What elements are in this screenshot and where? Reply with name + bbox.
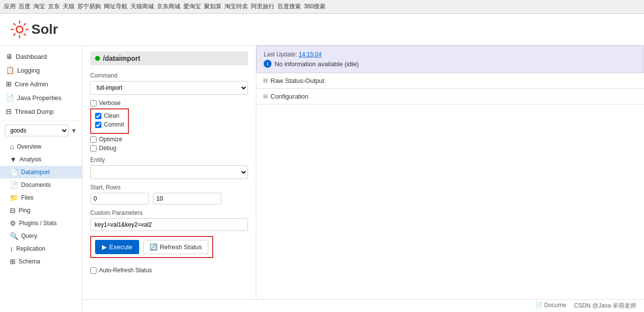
- sidebar-item-dataimport[interactable]: 📄 Dataimport: [0, 166, 82, 179]
- sidebar-item-plugins-stats[interactable]: ⚙ Plugins / Stats: [0, 217, 82, 230]
- browser-item[interactable]: 京东商城: [157, 2, 180, 11]
- auto-refresh-label[interactable]: Auto-Refresh Status: [99, 267, 152, 274]
- verbose-label[interactable]: Verbose: [99, 100, 121, 106]
- overview-icon: ⌂: [10, 143, 14, 151]
- handler-header: /dataimport: [90, 52, 248, 65]
- custom-params-input[interactable]: [90, 218, 248, 231]
- raw-status-section: ⊟ Raw Status-Output: [256, 73, 644, 89]
- sidebar-item-logging[interactable]: 📋 Logging: [0, 63, 82, 77]
- query-icon: 🔍: [10, 232, 18, 240]
- svg-point-9: [17, 27, 22, 32]
- sidebar-item-query[interactable]: 🔍 Query: [0, 230, 82, 242]
- logo-text: Solr: [31, 22, 58, 37]
- sidebar-item-replication[interactable]: ↕ Replication: [0, 242, 82, 255]
- browser-item[interactable]: 苏宁易购: [77, 2, 101, 11]
- schema-icon: ⊞: [10, 258, 16, 265]
- action-buttons-container: ▶ Execute 🔄 Refresh Status: [90, 236, 213, 258]
- replication-icon: ↕: [10, 245, 13, 253]
- browser-item[interactable]: 天猫商城: [130, 2, 154, 11]
- clean-checkbox[interactable]: [95, 113, 101, 119]
- entity-select[interactable]: [90, 165, 248, 179]
- status-time[interactable]: 14:15:04: [298, 51, 322, 58]
- app-header: Solr: [0, 14, 644, 46]
- browser-toolbar: 应用 百度 淘宝 京东 天猫 苏宁易购 网址导航 天猫商城 京东商城 爱淘宝 聚…: [0, 0, 644, 14]
- clean-commit-container: Clean Commit: [90, 108, 129, 134]
- browser-item[interactable]: 天猫: [63, 2, 74, 11]
- browser-item[interactable]: 百度: [19, 2, 30, 11]
- status-box: Last Update: 14:15:04 i No information a…: [256, 46, 644, 73]
- sidebar-item-analysis[interactable]: ▼ Analysis: [0, 153, 82, 166]
- optimize-checkbox[interactable]: [90, 136, 97, 143]
- entity-group: Entity: [90, 156, 248, 179]
- sidebar-item-schema[interactable]: ⊞ Schema: [0, 255, 82, 268]
- start-input[interactable]: [90, 193, 149, 205]
- core-select[interactable]: goods: [5, 125, 69, 136]
- rows-input[interactable]: [153, 193, 222, 205]
- sidebar-item-thread-dump[interactable]: ⊟ Thread Dump: [0, 104, 82, 118]
- main-panel: /dataimport Command full-import delta-im…: [82, 46, 644, 312]
- clean-checkbox-group: Clean: [95, 112, 124, 119]
- sidebar-item-core-admin[interactable]: ⊞ Core Admin: [0, 77, 82, 91]
- optimize-label[interactable]: Optimize: [99, 136, 122, 143]
- start-rows-group: Start, Rows: [90, 184, 248, 205]
- commit-checkbox-group: Commit: [95, 121, 124, 128]
- sidebar-divider: [0, 120, 82, 121]
- browser-item[interactable]: 淘宝: [33, 2, 45, 11]
- auto-refresh-checkbox[interactable]: [90, 267, 97, 274]
- core-selector[interactable]: goods ▼: [5, 125, 77, 136]
- status-dot: [95, 56, 100, 61]
- sidebar: 🖥 Dashboard 📋 Logging ⊞ Core Admin 📄 Jav…: [0, 46, 82, 312]
- dashboard-icon: 🖥: [6, 52, 13, 60]
- commit-checkbox[interactable]: [95, 122, 101, 128]
- dataimport-form: /dataimport Command full-import delta-im…: [82, 46, 256, 299]
- sidebar-item-ping[interactable]: ⊟ Ping: [0, 204, 82, 217]
- verbose-checkbox-group: Verbose: [90, 100, 248, 106]
- custom-params-group: Custom Parameters: [90, 209, 248, 231]
- command-select[interactable]: full-import delta-import reload-config a…: [90, 81, 248, 95]
- browser-item[interactable]: 淘宝特卖: [224, 2, 248, 11]
- ping-icon: ⊟: [10, 207, 16, 214]
- logo: Solr: [8, 18, 58, 41]
- sidebar-item-overview[interactable]: ⌂ Overview: [0, 140, 82, 153]
- browser-item[interactable]: 阿里旅行: [251, 2, 274, 11]
- svg-line-5: [13, 34, 15, 36]
- browser-item[interactable]: 应用: [4, 2, 16, 11]
- browser-item[interactable]: 百度搜索: [277, 2, 301, 11]
- svg-line-1: [24, 23, 26, 25]
- logging-icon: 📋: [6, 66, 14, 74]
- java-properties-icon: 📄: [6, 94, 14, 102]
- svg-line-7: [13, 23, 15, 25]
- refresh-status-button[interactable]: 🔄 Refresh Status: [143, 240, 208, 254]
- browser-item[interactable]: 网址导航: [104, 2, 127, 11]
- debug-label[interactable]: Debug: [99, 145, 116, 152]
- sidebar-item-documents[interactable]: 📄 Documents: [0, 179, 82, 191]
- svg-line-3: [24, 34, 26, 36]
- browser-item[interactable]: 爱淘宝: [183, 2, 201, 11]
- configuration-label: Configuration: [271, 93, 308, 100]
- commit-label[interactable]: Commit: [104, 121, 124, 128]
- debug-checkbox[interactable]: [90, 145, 97, 152]
- info-icon: i: [264, 60, 272, 68]
- sidebar-item-dashboard[interactable]: 🖥 Dashboard: [0, 50, 82, 63]
- configuration-collapse-icon: ⊟: [263, 93, 268, 100]
- execute-button[interactable]: ▶ Execute: [95, 240, 139, 254]
- sidebar-item-java-properties[interactable]: 📄 Java Properties: [0, 91, 82, 104]
- clean-label[interactable]: Clean: [104, 112, 119, 119]
- configuration-header[interactable]: ⊟ Configuration: [256, 89, 644, 104]
- browser-item[interactable]: 360搜索: [304, 2, 325, 11]
- raw-status-header[interactable]: ⊟ Raw Status-Output: [256, 73, 644, 88]
- start-rows-inputs: [90, 193, 248, 205]
- analysis-icon: ▼: [10, 156, 17, 163]
- status-message: No information available (idle): [274, 60, 359, 68]
- custom-params-label: Custom Parameters: [90, 209, 248, 216]
- right-panel: Last Update: 14:15:04 i No information a…: [256, 46, 644, 299]
- raw-status-collapse-icon: ⊟: [263, 78, 268, 84]
- sidebar-item-files[interactable]: 📁 Files: [0, 191, 82, 204]
- browser-item[interactable]: 京东: [48, 2, 60, 11]
- command-label: Command: [90, 72, 248, 79]
- refresh-icon: 🔄: [149, 243, 157, 251]
- documents-icon: 📄: [10, 181, 18, 189]
- verbose-checkbox[interactable]: [90, 100, 97, 106]
- browser-item[interactable]: 聚划算: [204, 2, 222, 11]
- entity-label: Entity: [90, 156, 248, 163]
